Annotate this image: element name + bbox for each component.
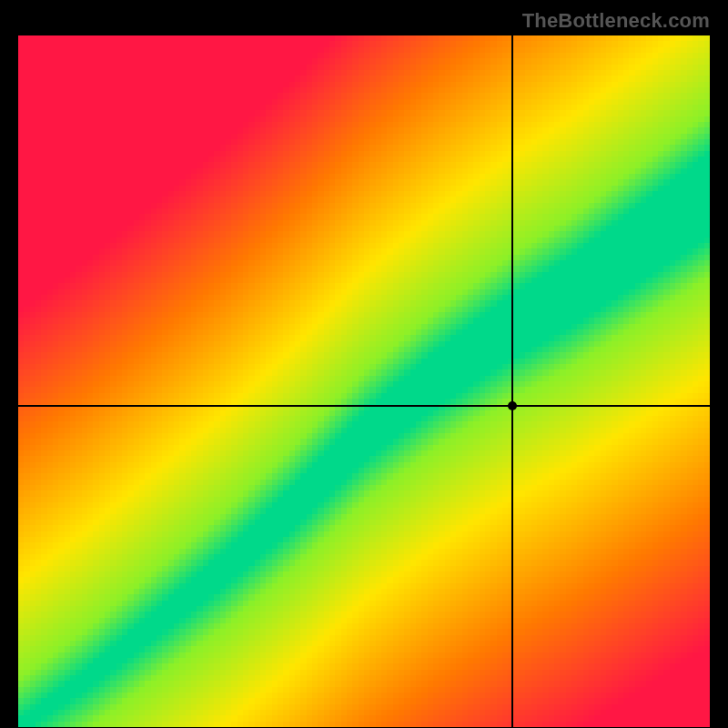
bottleneck-heatmap <box>18 35 710 727</box>
chart-frame <box>18 35 710 727</box>
crosshair-vertical <box>511 35 513 727</box>
selection-marker <box>508 401 517 410</box>
crosshair-horizontal <box>18 405 710 407</box>
watermark-text: TheBottleneck.com <box>522 9 710 33</box>
